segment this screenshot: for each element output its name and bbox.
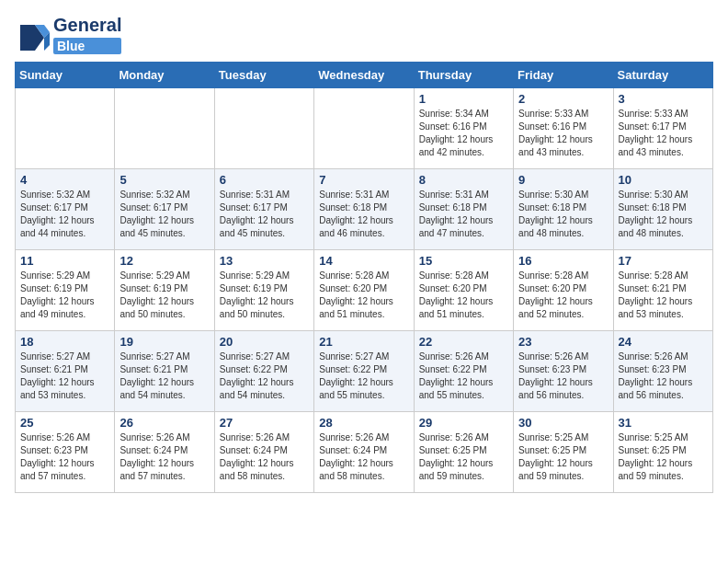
day-info: Sunrise: 5:26 AM Sunset: 6:24 PM Dayligh… [119,431,209,483]
day-info: Sunrise: 5:28 AM Sunset: 6:21 PM Dayligh… [619,270,708,321]
day-number: 25 [20,416,109,430]
day-cell: 30Sunrise: 5:25 AM Sunset: 6:25 PM Dayli… [514,412,613,493]
day-number: 13 [220,254,309,268]
logo: General Blue [15,15,121,54]
day-number: 22 [419,335,508,349]
day-info: Sunrise: 5:31 AM Sunset: 6:17 PM Dayligh… [220,189,309,240]
day-cell: 25Sunrise: 5:26 AM Sunset: 6:23 PM Dayli… [16,412,115,493]
day-cell [214,88,313,169]
day-number: 4 [20,173,109,187]
day-info: Sunrise: 5:26 AM Sunset: 6:23 PM Dayligh… [20,431,109,483]
header-wednesday: Wednesday [314,63,414,88]
day-cell: 18Sunrise: 5:27 AM Sunset: 6:21 PM Dayli… [16,331,115,412]
day-number: 24 [619,335,708,349]
day-info: Sunrise: 5:27 AM Sunset: 6:21 PM Dayligh… [20,350,109,402]
day-number: 7 [319,173,408,187]
day-number: 21 [319,335,408,349]
header-thursday: Thursday [414,63,513,88]
day-info: Sunrise: 5:33 AM Sunset: 6:16 PM Dayligh… [518,108,608,159]
header-saturday: Saturday [613,63,712,88]
day-info: Sunrise: 5:28 AM Sunset: 6:20 PM Dayligh… [518,270,608,321]
day-cell: 13Sunrise: 5:29 AM Sunset: 6:19 PM Dayli… [214,250,313,331]
week-row-4: 18Sunrise: 5:27 AM Sunset: 6:21 PM Dayli… [16,331,713,412]
logo-blue-text: Blue [53,38,121,54]
logo-icon [15,17,50,52]
day-cell: 12Sunrise: 5:29 AM Sunset: 6:19 PM Dayli… [115,250,214,331]
week-row-1: 1Sunrise: 5:34 AM Sunset: 6:16 PM Daylig… [16,88,713,169]
day-cell: 14Sunrise: 5:28 AM Sunset: 6:20 PM Dayli… [314,250,414,331]
day-cell: 15Sunrise: 5:28 AM Sunset: 6:20 PM Dayli… [414,250,513,331]
day-cell [115,88,214,169]
day-cell: 3Sunrise: 5:33 AM Sunset: 6:17 PM Daylig… [613,88,712,169]
day-info: Sunrise: 5:28 AM Sunset: 6:20 PM Dayligh… [419,270,508,321]
day-info: Sunrise: 5:26 AM Sunset: 6:24 PM Dayligh… [220,431,309,483]
day-cell: 20Sunrise: 5:27 AM Sunset: 6:22 PM Dayli… [214,331,313,412]
day-info: Sunrise: 5:32 AM Sunset: 6:17 PM Dayligh… [119,189,209,240]
day-info: Sunrise: 5:30 AM Sunset: 6:18 PM Dayligh… [518,189,608,240]
day-info: Sunrise: 5:33 AM Sunset: 6:17 PM Dayligh… [619,108,708,159]
day-number: 3 [619,92,708,106]
day-info: Sunrise: 5:31 AM Sunset: 6:18 PM Dayligh… [419,189,508,240]
day-info: Sunrise: 5:32 AM Sunset: 6:17 PM Dayligh… [20,189,109,240]
day-info: Sunrise: 5:26 AM Sunset: 6:23 PM Dayligh… [619,350,708,402]
day-number: 31 [619,416,708,430]
header-friday: Friday [514,63,613,88]
header-tuesday: Tuesday [214,63,313,88]
day-cell: 6Sunrise: 5:31 AM Sunset: 6:17 PM Daylig… [214,169,313,250]
day-cell [16,88,115,169]
week-row-3: 11Sunrise: 5:29 AM Sunset: 6:19 PM Dayli… [16,250,713,331]
day-cell: 10Sunrise: 5:30 AM Sunset: 6:18 PM Dayli… [613,169,712,250]
day-number: 27 [220,416,309,430]
day-number: 18 [20,335,109,349]
day-number: 28 [319,416,408,430]
day-number: 11 [20,254,109,268]
day-number: 8 [419,173,508,187]
day-number: 29 [419,416,508,430]
day-info: Sunrise: 5:29 AM Sunset: 6:19 PM Dayligh… [20,270,109,321]
day-info: Sunrise: 5:34 AM Sunset: 6:16 PM Dayligh… [419,108,508,159]
header-monday: Monday [115,63,214,88]
day-number: 5 [119,173,209,187]
logo-general-text: General [53,15,121,36]
day-cell: 16Sunrise: 5:28 AM Sunset: 6:20 PM Dayli… [514,250,613,331]
day-number: 9 [518,173,608,187]
day-cell: 26Sunrise: 5:26 AM Sunset: 6:24 PM Dayli… [115,412,214,493]
day-cell: 7Sunrise: 5:31 AM Sunset: 6:18 PM Daylig… [314,169,414,250]
day-number: 14 [319,254,408,268]
day-info: Sunrise: 5:26 AM Sunset: 6:25 PM Dayligh… [419,431,508,483]
day-cell: 9Sunrise: 5:30 AM Sunset: 6:18 PM Daylig… [514,169,613,250]
day-info: Sunrise: 5:27 AM Sunset: 6:22 PM Dayligh… [319,350,408,402]
calendar-table: SundayMondayTuesdayWednesdayThursdayFrid… [15,62,713,493]
day-cell: 29Sunrise: 5:26 AM Sunset: 6:25 PM Dayli… [414,412,513,493]
day-number: 1 [419,92,508,106]
day-number: 10 [619,173,708,187]
day-cell: 1Sunrise: 5:34 AM Sunset: 6:16 PM Daylig… [414,88,513,169]
day-number: 15 [419,254,508,268]
week-row-2: 4Sunrise: 5:32 AM Sunset: 6:17 PM Daylig… [16,169,713,250]
day-cell: 23Sunrise: 5:26 AM Sunset: 6:23 PM Dayli… [514,331,613,412]
day-number: 6 [220,173,309,187]
day-number: 2 [518,92,608,106]
day-info: Sunrise: 5:30 AM Sunset: 6:18 PM Dayligh… [619,189,708,240]
day-number: 26 [119,416,209,430]
day-number: 16 [518,254,608,268]
day-number: 12 [119,254,209,268]
day-cell: 28Sunrise: 5:26 AM Sunset: 6:24 PM Dayli… [314,412,414,493]
day-number: 30 [518,416,608,430]
day-number: 19 [119,335,209,349]
page-header: General Blue [15,15,713,54]
day-cell: 27Sunrise: 5:26 AM Sunset: 6:24 PM Dayli… [214,412,313,493]
day-info: Sunrise: 5:28 AM Sunset: 6:20 PM Dayligh… [319,270,408,321]
day-cell: 8Sunrise: 5:31 AM Sunset: 6:18 PM Daylig… [414,169,513,250]
header-row: SundayMondayTuesdayWednesdayThursdayFrid… [16,63,713,88]
header-sunday: Sunday [16,63,115,88]
day-cell: 5Sunrise: 5:32 AM Sunset: 6:17 PM Daylig… [115,169,214,250]
day-cell: 31Sunrise: 5:25 AM Sunset: 6:25 PM Dayli… [613,412,712,493]
day-cell: 2Sunrise: 5:33 AM Sunset: 6:16 PM Daylig… [514,88,613,169]
day-info: Sunrise: 5:27 AM Sunset: 6:21 PM Dayligh… [119,350,209,402]
day-number: 20 [220,335,309,349]
day-info: Sunrise: 5:25 AM Sunset: 6:25 PM Dayligh… [518,431,608,483]
day-info: Sunrise: 5:29 AM Sunset: 6:19 PM Dayligh… [220,270,309,321]
day-info: Sunrise: 5:25 AM Sunset: 6:25 PM Dayligh… [619,431,708,483]
day-number: 23 [518,335,608,349]
